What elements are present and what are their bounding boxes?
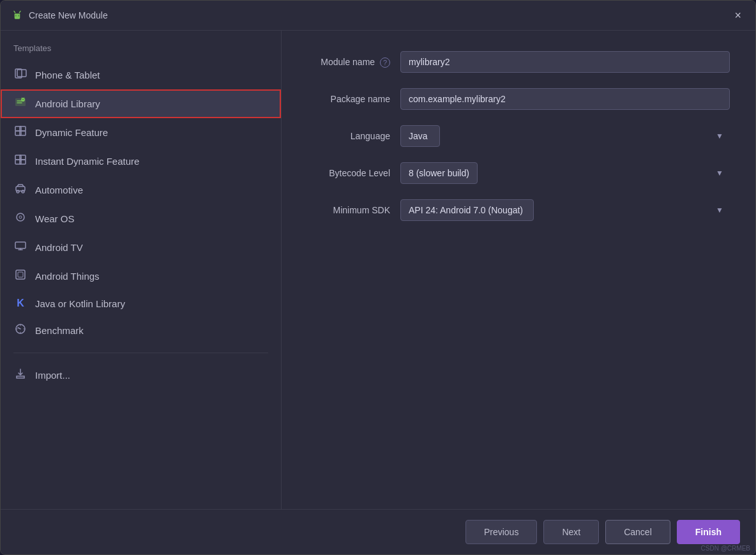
sidebar-item-import[interactable]: Import...: [1, 361, 281, 390]
sidebar-item-phone-tablet-label: Phone & Tablet: [35, 70, 100, 80]
svg-point-10: [21, 98, 25, 102]
min-sdk-row: Minimum SDK API 21: Android 5.0 (Lollipo…: [307, 199, 730, 221]
sidebar-section-label: Templates: [1, 41, 281, 61]
main-panel: Module name ? Package name Language Java…: [282, 31, 755, 509]
phone-tablet-icon: [13, 67, 27, 83]
module-name-help-icon[interactable]: ?: [380, 57, 390, 68]
svg-line-5: [14, 11, 15, 13]
previous-button[interactable]: Previous: [465, 520, 537, 544]
package-name-label: Package name: [307, 94, 390, 104]
benchmark-icon: [13, 323, 27, 338]
sidebar-item-instant-dynamic[interactable]: Instant Dynamic Feature: [1, 147, 281, 176]
android-library-icon: [13, 96, 27, 112]
sidebar-item-automotive[interactable]: Automotive: [1, 176, 281, 204]
sidebar-item-android-tv-label: Android TV: [35, 242, 83, 253]
next-button[interactable]: Next: [543, 520, 599, 544]
package-name-input[interactable]: [400, 88, 730, 110]
language-chevron-icon: ▼: [716, 132, 723, 141]
android-logo-icon: [11, 9, 24, 22]
sidebar-item-android-tv[interactable]: Android TV: [1, 233, 281, 262]
sidebar-item-kotlin-label: Java or Kotlin Library: [35, 298, 125, 309]
sidebar-item-android-things[interactable]: Android Things: [1, 262, 281, 291]
svg-line-6: [19, 11, 20, 13]
title-bar-left: Create New Module: [11, 9, 108, 22]
svg-point-25: [22, 190, 24, 193]
wear-os-icon: [13, 211, 27, 227]
svg-point-24: [17, 190, 19, 193]
cancel-button[interactable]: Cancel: [605, 520, 670, 544]
svg-point-3: [15, 15, 16, 16]
svg-rect-31: [16, 270, 25, 279]
sidebar-item-android-things-label: Android Things: [35, 271, 100, 282]
sidebar-item-wear-os-label: Wear OS: [35, 213, 74, 224]
language-select-wrapper: Java Kotlin ▼: [400, 125, 730, 147]
package-name-row: Package name: [307, 88, 730, 110]
min-sdk-label: Minimum SDK: [307, 205, 390, 215]
sidebar-item-automotive-label: Automotive: [35, 185, 83, 195]
sidebar-import-label: Import...: [35, 370, 70, 381]
svg-point-12: [24, 99, 24, 100]
finish-button[interactable]: Finish: [677, 520, 740, 544]
language-row: Language Java Kotlin ▼: [307, 125, 730, 147]
watermark: CSDN @CRMEB: [701, 545, 750, 552]
module-name-input[interactable]: [400, 51, 730, 73]
instant-dynamic-icon: [13, 153, 27, 169]
svg-line-14: [24, 98, 24, 98]
android-tv-icon: [13, 239, 27, 255]
sidebar-item-phone-tablet[interactable]: Phone & Tablet: [1, 61, 281, 89]
language-label: Language: [307, 131, 390, 141]
svg-point-11: [22, 99, 23, 100]
svg-rect-32: [18, 272, 23, 277]
svg-rect-28: [15, 242, 26, 248]
svg-point-4: [18, 15, 19, 16]
create-module-dialog: Create New Module × Templates Phone & Ta…: [0, 0, 756, 555]
module-name-row: Module name ?: [307, 51, 730, 73]
sidebar-item-kotlin-library[interactable]: K Java or Kotlin Library: [1, 291, 281, 316]
sidebar-item-dynamic-feature-label: Dynamic Feature: [35, 127, 108, 138]
dynamic-feature-icon: [13, 125, 27, 141]
sidebar-item-wear-os[interactable]: Wear OS: [1, 204, 281, 233]
min-sdk-select[interactable]: API 21: Android 5.0 (Lollipop) API 24: A…: [400, 199, 534, 221]
kotlin-icon: K: [13, 297, 27, 310]
sidebar-item-dynamic-feature[interactable]: Dynamic Feature: [1, 118, 281, 147]
min-sdk-chevron-icon: ▼: [716, 206, 723, 215]
dialog-title: Create New Module: [29, 10, 108, 20]
min-sdk-select-wrapper: API 21: Android 5.0 (Lollipop) API 24: A…: [400, 199, 730, 221]
bytecode-row: Bytecode Level 8 (slower build) 11 17 ▼: [307, 162, 730, 184]
language-select[interactable]: Java Kotlin: [400, 125, 440, 147]
automotive-icon: [13, 182, 27, 198]
bytecode-select[interactable]: 8 (slower build) 11 17: [400, 162, 478, 184]
title-bar: Create New Module ×: [1, 1, 755, 31]
close-button[interactable]: ×: [730, 8, 745, 22]
dialog-footer: Previous Next Cancel Finish: [1, 509, 755, 554]
sidebar-item-android-library-label: Android Library: [35, 98, 100, 109]
sidebar-divider: [13, 353, 268, 353]
bytecode-label: Bytecode Level: [307, 168, 390, 178]
android-things-icon: [13, 268, 27, 284]
sidebar-item-benchmark[interactable]: Benchmark: [1, 316, 281, 345]
svg-rect-2: [15, 14, 20, 19]
sidebar-item-android-library[interactable]: Android Library: [1, 89, 281, 118]
dialog-content: Templates Phone & Tablet: [1, 31, 755, 509]
svg-point-26: [17, 213, 24, 221]
module-name-label: Module name ?: [307, 57, 390, 68]
svg-line-13: [22, 98, 22, 98]
svg-point-27: [19, 216, 22, 218]
import-icon: [13, 367, 27, 383]
bytecode-chevron-icon: ▼: [716, 169, 723, 178]
sidebar-item-benchmark-label: Benchmark: [35, 325, 84, 336]
sidebar: Templates Phone & Tablet: [1, 31, 282, 509]
sidebar-item-instant-dynamic-label: Instant Dynamic Feature: [35, 156, 139, 167]
bytecode-select-wrapper: 8 (slower build) 11 17 ▼: [400, 162, 730, 184]
